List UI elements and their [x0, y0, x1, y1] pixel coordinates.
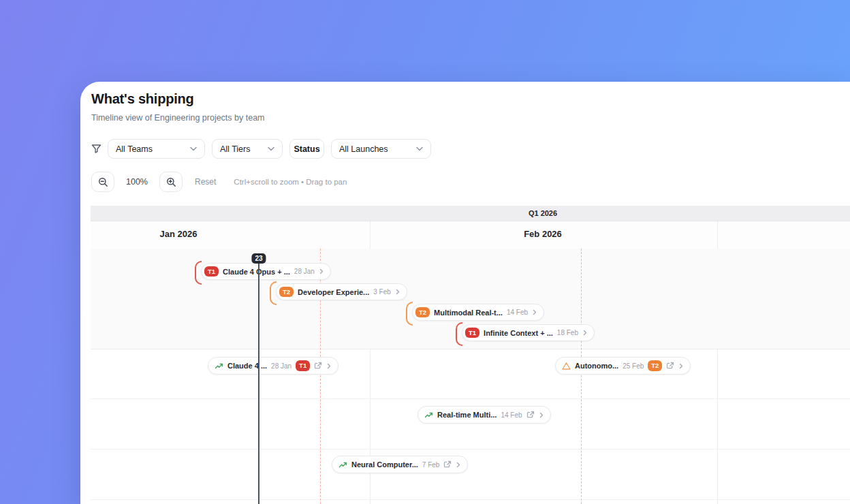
chevron-right-icon [395, 289, 400, 295]
timeline: Q1 2026 Jan 2026 Feb 2026 23 T1Claude 4 … [91, 206, 850, 504]
project-name: Multimodal Real-t... [434, 309, 503, 317]
bar-start-bracket [406, 302, 413, 326]
tier-badge: T2 [648, 360, 662, 371]
chevron-down-icon [190, 146, 197, 151]
page-background: What's shipping Timeline view of Enginee… [0, 0, 850, 504]
bar-start-bracket [195, 261, 202, 285]
today-marker: 23 [251, 253, 266, 264]
tier-badge: T1 [204, 266, 219, 277]
project-date: 3 Feb [373, 288, 391, 296]
magnifier-plus-icon [166, 177, 176, 187]
month-label-feb: Feb 2026 [524, 229, 562, 239]
row-divider [91, 398, 850, 399]
project-date: 14 Feb [507, 309, 528, 316]
filter-bar: All Teams All Tiers Status All Launches [91, 139, 438, 159]
magnifier-minus-icon [98, 177, 108, 187]
launches-filter-value: All Launches [339, 144, 388, 154]
external-link-icon [526, 411, 535, 419]
row-divider [91, 449, 850, 450]
zoom-hint-text: Ctrl+scroll to zoom • Drag to pan [234, 178, 347, 186]
project-name: Infinite Context + ... [484, 329, 553, 337]
chevron-right-icon [532, 309, 537, 315]
launch-name: Real-time Multi... [437, 411, 497, 419]
project-pill[interactable]: T1Claude 4 Opus + ...28 Jan [201, 263, 331, 280]
project-name: Developer Experie... [298, 288, 369, 296]
chevron-down-icon [416, 146, 423, 151]
shipping-card: What's shipping Timeline view of Enginee… [80, 82, 850, 504]
status-filter-button[interactable]: Status [289, 139, 324, 159]
quarter-header: Q1 2026 [91, 206, 850, 221]
page-title: What's shipping [91, 91, 194, 107]
today-line [258, 255, 259, 504]
project-pill[interactable]: T1Infinite Context + ...18 Feb [462, 324, 595, 341]
launch-date: 28 Jan [271, 362, 292, 370]
launch-pill[interactable]: Autonomo...25 FebT2 [555, 357, 691, 375]
launch-name: Neural Computer... [351, 460, 418, 469]
project-pill[interactable]: T2Multimodal Real-t...14 Feb [412, 304, 544, 321]
tier-badge: T1 [296, 360, 310, 371]
quarter-label: Q1 2026 [529, 209, 557, 217]
launch-name: Claude 4 ... [227, 362, 267, 370]
month-label-jan: Jan 2026 [160, 229, 198, 239]
zoom-out-button[interactable] [91, 172, 114, 192]
launches-filter-select[interactable]: All Launches [331, 139, 431, 159]
launch-pill[interactable]: Neural Computer...7 Feb [332, 456, 468, 473]
launch-pill[interactable]: Claude 4 ...28 JanT1 [208, 357, 339, 375]
timeline-body[interactable] [91, 249, 850, 504]
launch-date: 25 Feb [623, 362, 644, 370]
trend-up-icon [424, 411, 433, 420]
external-link-icon [314, 362, 322, 370]
external-link-icon [443, 460, 452, 469]
status-filter-label: Status [294, 144, 319, 154]
tier-badge: T1 [465, 328, 479, 338]
row-divider [91, 499, 850, 500]
chevron-right-icon [678, 363, 684, 369]
chevron-right-icon [456, 462, 461, 468]
zoom-level: 100% [114, 177, 159, 187]
launch-date: 14 Feb [501, 411, 522, 419]
chevron-right-icon [326, 363, 332, 369]
launch-date: 7 Feb [422, 461, 440, 469]
page-subtitle: Timeline view of Engineering projects by… [91, 113, 265, 123]
tiers-filter-value: All Tiers [220, 144, 250, 154]
chevron-right-icon [539, 412, 544, 418]
deadline-dashed-line [581, 249, 582, 504]
row-divider [91, 349, 850, 349]
launch-name: Autonomo... [575, 362, 618, 370]
chevron-right-icon [319, 268, 324, 274]
filter-icon [91, 144, 101, 154]
warning-icon [562, 362, 571, 371]
trend-up-icon [215, 362, 223, 371]
reset-zoom-button[interactable]: Reset [195, 177, 216, 187]
launch-pill[interactable]: Real-time Multi...14 Feb [418, 406, 551, 424]
bar-start-bracket [456, 322, 462, 346]
project-date: 28 Jan [294, 268, 315, 275]
month-header-row: Jan 2026 Feb 2026 [91, 221, 850, 249]
trend-up-icon [339, 460, 347, 469]
teams-filter-value: All Teams [116, 144, 153, 154]
external-link-icon [666, 362, 674, 370]
chevron-right-icon [582, 330, 588, 336]
tiers-filter-select[interactable]: All Tiers [212, 139, 283, 159]
tier-badge: T2 [279, 287, 294, 298]
zoom-in-button[interactable] [159, 172, 183, 192]
chevron-down-icon [268, 146, 274, 151]
project-pill[interactable]: T2Developer Experie...3 Feb [276, 283, 407, 300]
teams-filter-select[interactable]: All Teams [108, 139, 205, 159]
bar-start-bracket [270, 281, 277, 305]
tier-badge: T2 [415, 307, 430, 318]
project-name: Claude 4 Opus + ... [223, 268, 290, 276]
zoom-toolbar: 100% Reset Ctrl+scroll to zoom • Drag to… [91, 172, 347, 192]
project-date: 18 Feb [557, 329, 578, 336]
